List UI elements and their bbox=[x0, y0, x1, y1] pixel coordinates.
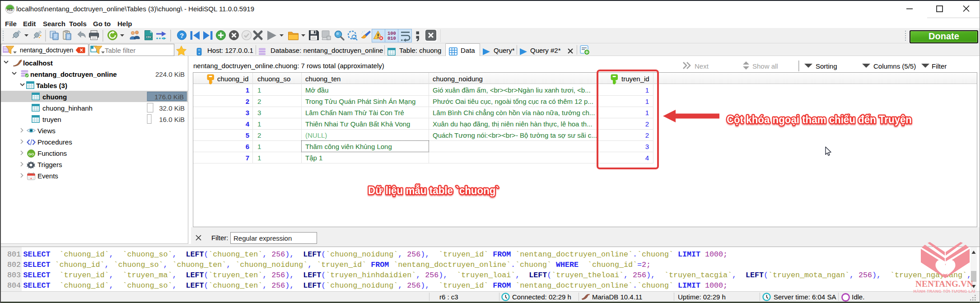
svg-text:NENTANG.VN: NENTANG.VN bbox=[915, 279, 973, 289]
svg-text:Cột khóa ngoại tham chiếu đến: Cột khóa ngoại tham chiếu đến Truyện bbox=[727, 114, 912, 126]
svg-text:010: 010 bbox=[387, 36, 396, 41]
svg-text:HS: HS bbox=[7, 7, 13, 12]
svg-text:GO: GO bbox=[28, 152, 34, 156]
svg-text:Dữ liệu mẫu table `chuong`: Dữ liệu mẫu table `chuong` bbox=[368, 184, 499, 196]
svg-text:HÀNH TRANG TỚI TƯƠNG LAI: HÀNH TRANG TỚI TƯƠNG LAI bbox=[913, 289, 975, 294]
svg-text:?: ? bbox=[180, 32, 184, 39]
svg-text:CSV: CSV bbox=[146, 36, 151, 38]
